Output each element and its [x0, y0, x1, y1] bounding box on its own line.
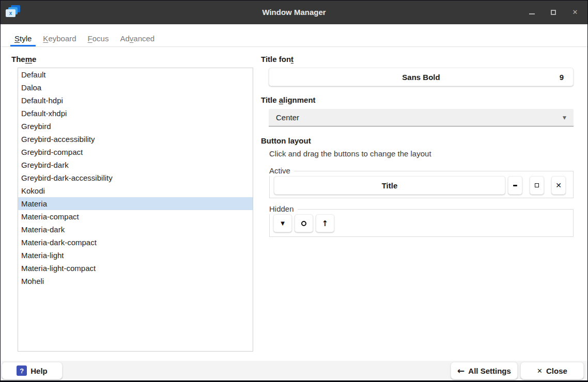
layout-shade-button[interactable]: ↑	[316, 214, 334, 232]
tab-advanced[interactable]: Advanced	[116, 30, 159, 46]
theme-list-item[interactable]: Greybird-dark-accessibility	[18, 171, 253, 184]
theme-list-item[interactable]: Moheli	[18, 275, 253, 288]
layout-menu-button[interactable]: ▼	[273, 214, 292, 232]
theme-list-item[interactable]: Default-xhdpi	[18, 107, 253, 120]
button-layout-hint: Click and drag the buttons to change the…	[269, 149, 431, 159]
all-settings-button[interactable]: ← All Settings	[451, 362, 518, 379]
chevron-down-icon: ▼	[563, 115, 566, 120]
close-button[interactable]: ✕ Close	[520, 362, 584, 379]
font-size: 9	[560, 73, 564, 82]
theme-list-item[interactable]: Daloa	[18, 81, 253, 94]
button-layout-label: Button layout	[261, 136, 311, 146]
theme-list-item[interactable]: Default	[18, 68, 253, 81]
theme-list-item[interactable]: Greybird-dark	[18, 158, 253, 171]
hidden-buttons-frame: Hidden ▼ ↑	[269, 209, 574, 237]
layout-title-button[interactable]: Title	[274, 176, 505, 195]
theme-label: Theme	[11, 54, 36, 65]
title-alignment-value: Center	[276, 113, 299, 122]
theme-list-item[interactable]: Materia-dark-compact	[18, 236, 253, 249]
layout-sticky-button[interactable]	[295, 214, 313, 232]
theme-list-item[interactable]: Greybird-accessibility	[18, 133, 253, 146]
theme-list-item[interactable]: Materia-light-compact	[18, 262, 253, 275]
theme-list-item[interactable]: Default-hdpi	[18, 94, 253, 107]
maximize-icon[interactable]	[549, 8, 558, 17]
active-buttons-frame: Active Title ✕	[269, 171, 574, 198]
theme-list-item[interactable]: Greybird-compact	[18, 146, 253, 158]
theme-list-item[interactable]: Materia	[18, 197, 253, 210]
title-font-label: Title font	[261, 54, 293, 65]
close-icon: ✕	[555, 181, 562, 189]
back-arrow-icon: ←	[457, 367, 465, 375]
sticky-icon	[301, 221, 306, 226]
theme-list-item[interactable]: Greybird	[18, 120, 253, 133]
theme-list-item[interactable]: Kokodi	[18, 184, 253, 197]
window-manager-dialog: x Window Manager ✕ Style Keyboard Focus …	[0, 0, 588, 382]
help-icon: ?	[17, 365, 27, 376]
title-font-button[interactable]: Sans Bold 9	[269, 68, 574, 86]
hidden-frame-label: Hidden	[269, 204, 298, 214]
window-controls: ✕	[528, 0, 579, 24]
tab-bar: Style Keyboard Focus Advanced	[0, 24, 588, 47]
menu-icon: ▼	[281, 220, 285, 226]
tab-style[interactable]: Style	[10, 30, 36, 46]
close-icon: ✕	[537, 368, 543, 374]
layout-maximize-button[interactable]	[530, 176, 544, 195]
theme-list-item[interactable]: Materia-compact	[18, 210, 253, 223]
titlebar: x Window Manager ✕	[0, 0, 588, 24]
layout-close-button[interactable]: ✕	[551, 176, 566, 195]
active-frame-label: Active	[269, 166, 294, 176]
theme-list-item[interactable]: Materia-dark	[18, 223, 253, 236]
title-alignment-select[interactable]: Center ▼	[269, 109, 574, 126]
tab-focus[interactable]: Focus	[84, 30, 113, 46]
shade-icon: ↑	[322, 219, 329, 228]
minimize-icon[interactable]	[528, 8, 536, 17]
theme-list[interactable]: DefaultDaloaDefault-hdpiDefault-xhdpiGre…	[18, 68, 253, 352]
theme-list-item[interactable]: Materia-light	[18, 249, 253, 262]
help-button[interactable]: ? Help	[2, 362, 63, 379]
title-alignment-label: Title alignment	[261, 95, 316, 105]
close-icon[interactable]: ✕	[571, 8, 579, 17]
maximize-icon	[535, 183, 539, 187]
window-title: Window Manager	[0, 0, 588, 24]
layout-minimize-button[interactable]	[508, 176, 522, 195]
tab-keyboard[interactable]: Keyboard	[39, 30, 80, 46]
minimize-icon	[513, 185, 517, 186]
font-name: Sans Bold	[402, 73, 440, 82]
